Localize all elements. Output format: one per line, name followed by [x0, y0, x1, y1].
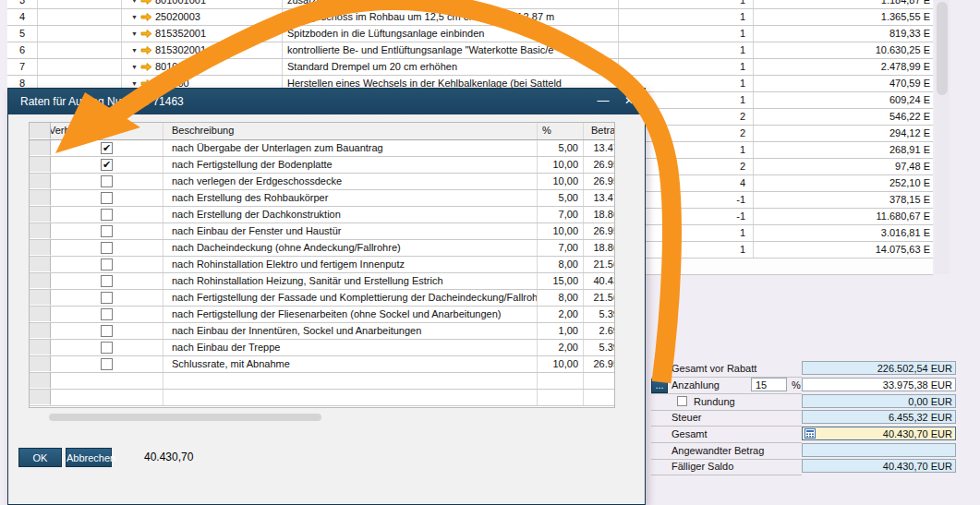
item-code-cell[interactable]: ▼801001001 — [122, 0, 283, 8]
link-arrow-icon[interactable] — [140, 62, 152, 72]
item-description: kontrollierte Be- und Entlüftungsanlage … — [284, 42, 619, 58]
checkbox-unchecked[interactable] — [101, 242, 113, 254]
totals-value-field: 40.430,70 EUR — [802, 459, 956, 473]
item-code-cell[interactable]: ▼815302001 — [122, 42, 283, 58]
installment-row[interactable]: ✔nach Übergabe der Unterlagen zum Bauant… — [30, 140, 615, 157]
link-arrow-icon[interactable] — [140, 45, 152, 55]
row-header-cell[interactable] — [30, 273, 51, 289]
rundung-checkbox[interactable] — [677, 396, 687, 406]
row-header-cell[interactable] — [30, 157, 51, 173]
installment-description: nach Rohinstallation Heizung, Sanitär un… — [163, 273, 538, 289]
link-arrow-icon[interactable] — [140, 0, 152, 6]
installment-description: nach Einbau der Innentüren, Sockel und A… — [163, 323, 538, 339]
item-code-cell[interactable]: ▼815352001 — [122, 26, 283, 42]
gesamt-value-field[interactable]: 40.430,70 EUR — [802, 427, 956, 440]
installment-amount: 2.69 — [584, 323, 615, 339]
checkbox-unchecked[interactable] — [101, 308, 113, 320]
close-icon[interactable]: ✕ — [619, 89, 639, 114]
installment-row[interactable]: nach Erstellung der Dachkonstruktion7,00… — [30, 207, 615, 223]
empty-cell — [39, 59, 122, 75]
anzahlung-percent-input[interactable]: 15 — [751, 378, 787, 391]
totals-label: Angewandter Betrag — [671, 445, 764, 456]
anzahlung-amount-field[interactable]: 33.975,38 EUR — [802, 378, 956, 391]
installment-row[interactable]: ✔nach Fertigstellung der Bodenplatte10,0… — [30, 157, 615, 174]
vertical-scrollbar[interactable] — [935, 0, 950, 274]
checkbox-checked[interactable]: ✔ — [101, 159, 113, 171]
horizontal-scrollbar-thumb[interactable] — [49, 414, 321, 421]
installment-row[interactable]: nach Rohinstallation Heizung, Sanitär un… — [30, 273, 615, 290]
cancel-button[interactable]: Abbrechen — [66, 448, 112, 467]
installment-row[interactable]: nach verlegen der Erdgeschossdecke10,002… — [30, 174, 615, 190]
installment-amount: 26.95 — [584, 223, 615, 239]
column-header-beschreibung[interactable]: Beschreibung — [163, 123, 538, 139]
vertical-scrollbar-thumb[interactable] — [937, 2, 948, 95]
checkbox-unchecked[interactable] — [101, 342, 113, 354]
checkbox-checked[interactable]: ✔ — [101, 142, 113, 154]
dialog-title-bar[interactable]: Raten für Auftrag Nummer 71463 — ✕ — [8, 89, 645, 114]
installment-row[interactable]: nach Einbau der Fenster und Haustür10,00… — [30, 223, 615, 240]
checkbox-unchecked[interactable] — [101, 358, 113, 370]
row-header-cell[interactable] — [30, 140, 51, 156]
totals-label: Gesamt — [671, 428, 708, 439]
dropdown-icon[interactable]: ▼ — [131, 26, 138, 42]
row-header-cell[interactable] — [30, 207, 51, 222]
installment-percent: 8,00 — [538, 257, 584, 272]
installment-percent: 8,00 — [538, 290, 584, 306]
installment-row[interactable]: Schlussrate, mit Abnahme10,0026.95 — [30, 356, 615, 373]
installment-description: nach Erstellung des Rohbaukörper — [163, 190, 538, 206]
table-row[interactable]: 7▼801012001Standard Drempel um 20 cm erh… — [7, 59, 933, 76]
column-header-verbucht[interactable]: Verbucht — [51, 123, 163, 139]
dropdown-icon[interactable]: ▼ — [131, 42, 138, 58]
totals-row-angewandter-betrag: Angewandter Betrag — [651, 443, 961, 460]
row-header-cell[interactable] — [30, 190, 51, 206]
installments-ellipsis-button[interactable]: ... — [651, 379, 668, 393]
item-code-cell[interactable]: ▼801012001 — [122, 59, 283, 75]
checkbox-unchecked[interactable] — [101, 275, 113, 287]
minimize-icon[interactable]: — — [593, 89, 613, 114]
item-amount: 609,24 E — [755, 92, 933, 108]
dropdown-icon[interactable]: ▼ — [131, 59, 138, 75]
row-header-cell[interactable] — [30, 290, 51, 306]
row-header-cell[interactable] — [30, 340, 51, 355]
installment-row[interactable]: nach Erstellung des Rohbaukörper5,0013.4… — [30, 190, 615, 207]
installment-amount: 26.95 — [584, 157, 615, 173]
column-header-percent[interactable]: % — [538, 123, 584, 139]
checkbox-unchecked[interactable] — [101, 225, 113, 237]
table-row[interactable]: 6▼815302001kontrollierte Be- und Entlüft… — [7, 42, 933, 59]
item-code-cell[interactable]: ▼25020003 — [122, 9, 283, 25]
installment-row[interactable]: nach Fertigstellung der Fassade und Komp… — [30, 290, 615, 307]
table-row[interactable]: 4▼25020003Obergeschoss im Rohbau um 12,5… — [7, 9, 933, 26]
installment-row[interactable]: nach Einbau der Innentüren, Sockel und A… — [30, 323, 615, 340]
dropdown-icon[interactable]: ▼ — [131, 9, 138, 25]
row-header-cell[interactable] — [30, 307, 51, 322]
application-window: 3▼801001001zusätzliches Zimmer im E11.18… — [0, 0, 980, 505]
item-description: Spitzboden in die Lüftungsanlage einbind… — [284, 26, 619, 42]
link-arrow-icon[interactable] — [140, 29, 152, 39]
installment-row[interactable]: nach Rohinstallation Elektro und fertige… — [30, 257, 615, 273]
checkbox-unchecked[interactable] — [101, 209, 113, 221]
ok-button[interactable]: OK — [18, 448, 62, 467]
row-header-cell — [30, 390, 51, 405]
table-row[interactable]: 3▼801001001zusätzliches Zimmer im E11.18… — [7, 0, 933, 9]
checkbox-unchecked[interactable] — [101, 192, 113, 204]
row-header-cell[interactable] — [30, 356, 51, 372]
column-header-betrag[interactable]: Betrag — [584, 123, 615, 139]
calculator-icon[interactable] — [805, 428, 816, 439]
table-header-row: VerbuchtBeschreibung%Betrag — [30, 123, 615, 140]
installment-row[interactable]: nach Einbau der Treppe2,005.39 — [30, 340, 615, 356]
checkbox-unchecked[interactable] — [101, 175, 113, 187]
row-header-cell[interactable] — [30, 223, 51, 239]
row-header-cell[interactable] — [30, 174, 51, 189]
installment-row[interactable]: nach Dacheindeckung (ohne Andeckung/Fall… — [30, 240, 615, 257]
installment-row[interactable]: nach Fertigstellung der Fliesenarbeiten … — [30, 307, 615, 323]
row-header-cell[interactable] — [30, 257, 51, 272]
checkbox-unchecked[interactable] — [101, 325, 113, 337]
row-header-cell[interactable] — [30, 240, 51, 256]
item-amount: 14.075,63 E — [755, 242, 933, 258]
dropdown-icon[interactable]: ▼ — [131, 0, 138, 8]
link-arrow-icon[interactable] — [140, 12, 152, 22]
table-row[interactable]: 5▼815352001Spitzboden in die Lüftungsanl… — [7, 26, 933, 42]
row-header-cell[interactable] — [30, 323, 51, 339]
checkbox-unchecked[interactable] — [101, 259, 113, 271]
checkbox-unchecked[interactable] — [101, 292, 113, 304]
